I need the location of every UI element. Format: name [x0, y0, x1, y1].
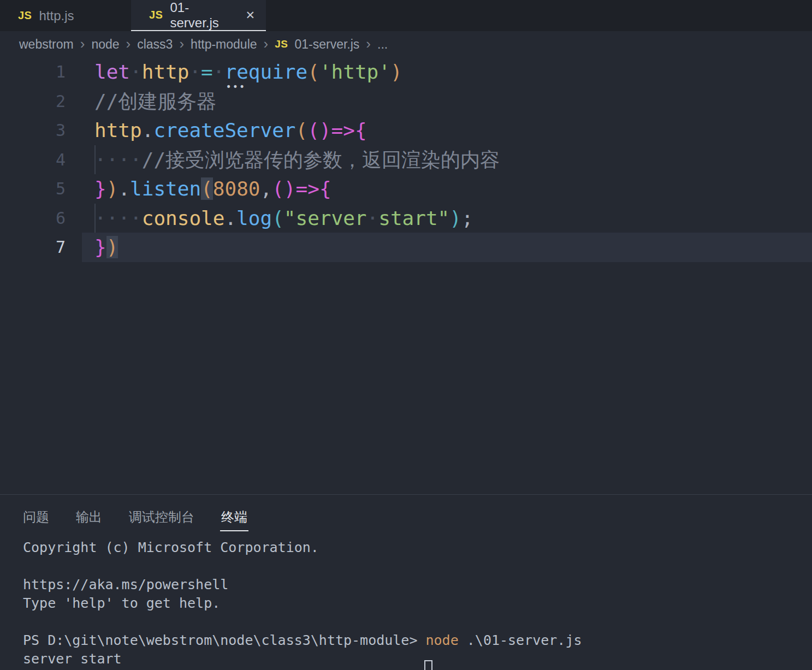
code-token: 8080 [213, 177, 260, 200]
breadcrumb-item-class3[interactable]: class3 [137, 37, 173, 52]
code-token: () [307, 119, 331, 141]
code-token: ) [106, 177, 118, 200]
line-number: 6 [0, 204, 82, 233]
code-token: => [331, 119, 355, 141]
code-line-content[interactable]: http.createServer(()=>{ [82, 116, 812, 145]
code-token: . [224, 207, 236, 229]
chevron-right-icon: › [126, 35, 131, 52]
code-token: = [201, 61, 213, 83]
js-file-icon: JS [275, 38, 288, 50]
code-line[interactable]: 3http.createServer(()=>{ [0, 116, 812, 145]
code-token: . [118, 177, 130, 200]
breadcrumb-item-file[interactable]: 01-server.js [294, 37, 359, 52]
breadcrumb-item-http-module[interactable]: http-module [191, 37, 257, 52]
js-file-icon: JS [18, 9, 32, 22]
editor-tab-bar: JS http.js JS 01-server.js ✕ [0, 0, 812, 31]
tab-http-js[interactable]: JS http.js [0, 0, 131, 31]
terminal-text: PS D:\git\note\webstrom\node\class3\http… [23, 632, 426, 648]
breadcrumb: webstrom › node › class3 › http-module ›… [0, 31, 812, 57]
terminal-line: Type 'help' to get help. [23, 594, 812, 613]
code-token: ( [307, 61, 319, 83]
code-line-content[interactable]: }) [82, 233, 812, 262]
chevron-right-icon: › [366, 35, 371, 52]
code-token: · [213, 61, 225, 83]
terminal-line: PS D:\git\note\webstrom\node\class3\http… [23, 631, 812, 650]
terminal-line: server start [23, 650, 812, 668]
line-number: 2 [0, 87, 82, 116]
code-token: start" [378, 207, 449, 229]
panel-tab-problems[interactable]: 问题 [22, 500, 50, 531]
code-token: ; [461, 207, 473, 229]
code-editor[interactable]: 1let·http·=·require('http')2//创建服务器3http… [0, 57, 812, 494]
terminal-text: server start [23, 651, 122, 667]
tab-label: 01-server.js [170, 0, 233, 31]
tab-01-server-js[interactable]: JS 01-server.js ✕ [131, 0, 266, 31]
line-number: 3 [0, 116, 82, 145]
tab-label: http.js [39, 8, 74, 23]
code-token: . [142, 119, 154, 141]
code-token: createServer [153, 119, 295, 141]
code-token: //创建服务器 [94, 90, 216, 112]
panel-tab-output[interactable]: 输出 [75, 500, 103, 531]
code-token: console [142, 207, 225, 229]
terminal-line [23, 613, 812, 631]
terminal[interactable]: Copyright (c) Microsoft Corporation.http… [0, 536, 812, 670]
code-line[interactable]: 1let·http·=·require('http') [0, 57, 812, 87]
chevron-right-icon: › [179, 35, 184, 52]
code-token: http [142, 61, 189, 83]
code-token: ) [390, 61, 402, 83]
terminal-text: https://aka.ms/powershell [23, 577, 228, 592]
terminal-line: Copyright (c) Microsoft Corporation. [23, 538, 812, 557]
close-icon[interactable]: ✕ [245, 9, 255, 22]
panel-tab-debug-console[interactable]: 调试控制台 [128, 500, 195, 531]
panel-tab-terminal[interactable]: 终端 [220, 500, 248, 531]
terminal-cursor [424, 660, 432, 670]
code-line[interactable]: 7}) [0, 233, 812, 262]
code-token: () [272, 177, 295, 200]
code-line-content[interactable]: ····console.log("server·start"); [82, 204, 812, 233]
terminal-line: https://aka.ms/powershell [23, 576, 812, 594]
breadcrumb-item-more[interactable]: ... [377, 37, 388, 52]
code-line-content[interactable]: //创建服务器 [82, 87, 812, 116]
code-token: http [94, 119, 142, 141]
code-line-content[interactable]: ····//接受浏览器传的参数，返回渲染的内容 [82, 145, 812, 175]
code-line-content[interactable]: let·http·=·require('http') [82, 57, 812, 87]
code-line[interactable]: 2//创建服务器 [0, 87, 812, 116]
line-number: 1 [0, 57, 82, 87]
code-token: => [296, 177, 319, 200]
terminal-text: Copyright (c) Microsoft Corporation. [23, 539, 319, 555]
terminal-line [23, 557, 812, 576]
code-token: } [94, 177, 106, 200]
code-token: log [236, 207, 272, 229]
code-line-content[interactable]: }).listen(8080,()=>{ [82, 174, 812, 204]
code-line[interactable]: 6····console.log("server·start"); [0, 204, 812, 233]
terminal-text: Type 'help' to get help. [23, 595, 220, 611]
code-token: ···· [94, 149, 142, 171]
code-token: let [94, 61, 130, 83]
code-token: , [260, 177, 272, 200]
code-token: 'http' [319, 61, 390, 83]
code-token: ···· [94, 207, 142, 229]
breadcrumb-item-node[interactable]: node [91, 37, 119, 52]
code-token: { [319, 177, 331, 200]
code-token: · [130, 61, 142, 83]
code-token: ) [449, 207, 461, 229]
code-token: ( [295, 119, 307, 141]
code-token: · [367, 207, 379, 229]
panel-tab-bar: 问题输出调试控制台终端 [0, 495, 812, 536]
js-file-icon: JS [149, 9, 163, 21]
code-token: listen [130, 177, 201, 200]
code-line[interactable]: 5}).listen(8080,()=>{ [0, 174, 812, 204]
bottom-panel: 问题输出调试控制台终端 Copyright (c) Microsoft Corp… [0, 494, 812, 670]
code-token: "server [284, 207, 367, 229]
line-number: 4 [0, 145, 82, 175]
vscode-window: { "tabs": [ {"label": "http.js", "icon":… [0, 0, 812, 670]
code-token: ( [272, 207, 284, 229]
breadcrumb-item-webstrom[interactable]: webstrom [19, 37, 74, 52]
code-token: ( [201, 177, 213, 200]
code-token: ) [106, 236, 118, 258]
code-token: //接受浏览器传的参数，返回渲染的内容 [142, 149, 500, 171]
code-line[interactable]: 4····//接受浏览器传的参数，返回渲染的内容 [0, 145, 812, 175]
code-token: } [94, 236, 106, 258]
chevron-right-icon: › [264, 35, 269, 52]
